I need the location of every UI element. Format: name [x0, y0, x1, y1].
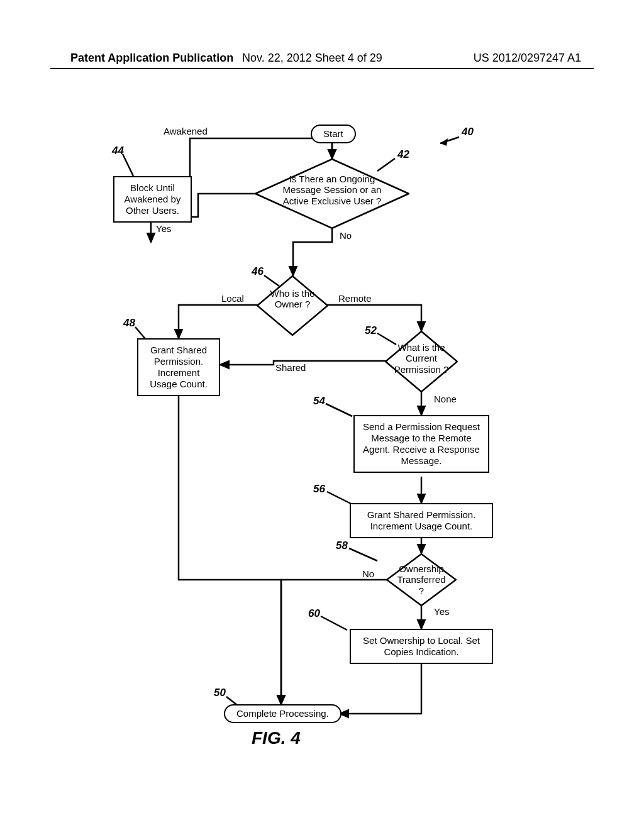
end-node: Complete Processing.	[224, 704, 341, 723]
ref-48: 48	[123, 317, 135, 329]
ref-52: 52	[365, 324, 377, 337]
process-44: Block Until Awakened by Other Users.	[113, 176, 192, 223]
figure-label: FIG. 4	[252, 728, 301, 748]
ref-42: 42	[397, 148, 409, 161]
ref-58: 58	[336, 540, 348, 552]
label-remote: Remote	[338, 293, 372, 304]
decision-42: Is There an Ongoing Message Session or a…	[255, 158, 409, 229]
svg-line-16	[321, 616, 347, 630]
label-none: None	[434, 394, 457, 404]
header-right: US 2012/0297247 A1	[474, 52, 581, 65]
label-local: Local	[221, 293, 244, 304]
ref-46: 46	[252, 265, 264, 278]
svg-line-15	[349, 548, 377, 561]
svg-marker-6	[440, 138, 448, 146]
decision-42-text: Is There an Ongoing Message Session or a…	[271, 174, 393, 206]
svg-line-14	[327, 492, 352, 504]
decision-58-text: Ownership Transferred ?	[394, 563, 449, 596]
header-mid: Nov. 22, 2012 Sheet 4 of 29	[242, 52, 382, 65]
header-left: Patent Application Publication	[70, 52, 233, 65]
decision-46-text: Who is the Owner ?	[268, 288, 317, 310]
label-yes-42: Yes	[156, 223, 171, 234]
decision-52-text: What is the Current Permission ?	[394, 342, 449, 375]
ref-54: 54	[313, 395, 325, 407]
process-54: Send a Permission Request Message to the…	[353, 415, 489, 473]
process-56: Grant Shared Permission. Increment Usage…	[350, 503, 493, 538]
decision-46: Who is the Owner ?	[257, 275, 328, 336]
decision-52: What is the Current Permission ?	[385, 331, 458, 392]
ref-56: 56	[313, 483, 325, 495]
svg-line-13	[326, 404, 352, 416]
process-60: Set Ownership to Local. Set Copies Indic…	[350, 629, 493, 664]
svg-line-10	[135, 327, 146, 340]
label-shared: Shared	[275, 362, 306, 373]
ref-40: 40	[462, 126, 474, 138]
flowchart-canvas: Start Is There an Ongoing Message Sessio…	[0, 113, 644, 773]
label-awakened: Awakened	[164, 126, 208, 136]
ref-50: 50	[214, 687, 226, 699]
ref-60: 60	[308, 607, 320, 620]
label-yes-58: Yes	[434, 606, 449, 617]
label-no-58: No	[362, 568, 374, 579]
ref-44: 44	[112, 145, 124, 157]
page-header: Patent Application Publication Nov. 22, …	[0, 52, 644, 65]
decision-58: Ownership Transferred ?	[386, 553, 457, 606]
start-node: Start	[311, 124, 356, 143]
label-no-42: No	[340, 230, 352, 241]
header-rule	[50, 68, 594, 69]
process-48: Grant Shared Permission. Increment Usage…	[137, 338, 220, 396]
svg-line-8	[123, 154, 133, 176]
